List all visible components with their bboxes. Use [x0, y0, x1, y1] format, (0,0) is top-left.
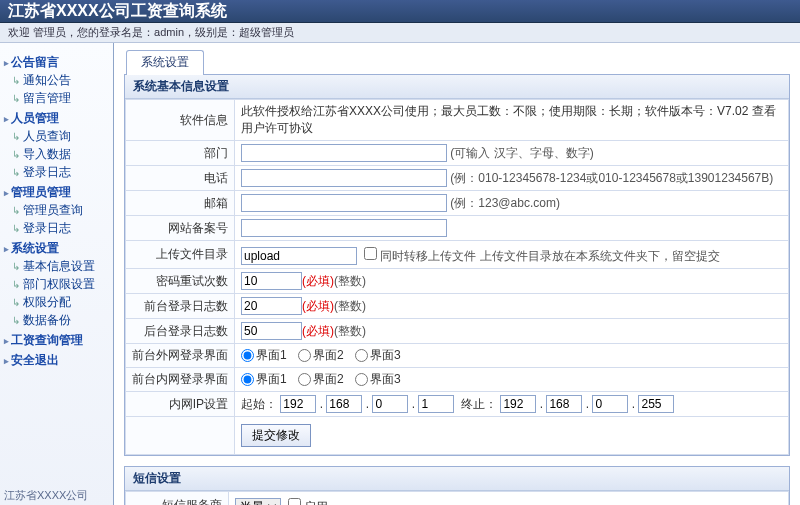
radio-front-in-3[interactable]: [355, 373, 368, 386]
welcome-bar: 欢迎 管理员，您的登录名是：admin，级别是：超级管理员: [0, 23, 800, 43]
hint-mail: (例：123@abc.com): [450, 196, 560, 210]
input-retry[interactable]: [241, 272, 302, 290]
input-tel[interactable]: [241, 169, 447, 187]
sidebar-item-1-1[interactable]: 导入数据: [12, 146, 109, 163]
tab-system-settings[interactable]: 系统设置: [126, 50, 204, 75]
checkbox-move-upload[interactable]: [364, 247, 377, 260]
panel-basic-info: 系统基本信息设置 软件信息 此软件授权给江苏省XXXX公司使用；最大员工数：不限…: [124, 74, 790, 456]
panel-sms-title: 短信设置: [125, 467, 789, 491]
hint-upload: 同时转移上传文件 上传文件目录放在本系统文件夹下，留空提交: [380, 249, 719, 263]
radio-group-front-in: 界面1 界面2 界面3: [235, 368, 789, 392]
value-software-info: 此软件授权给江苏省XXXX公司使用；最大员工数：不限；使用期限：长期；软件版本号…: [235, 100, 789, 141]
label-front-out: 前台外网登录界面: [126, 344, 235, 368]
radio-front-out-3[interactable]: [355, 349, 368, 362]
label-frontlog: 前台登录日志数: [126, 294, 235, 319]
sidebar-section-3[interactable]: 系统设置: [4, 240, 109, 257]
input-ip-a[interactable]: [280, 395, 316, 413]
input-ip-d[interactable]: [418, 395, 454, 413]
panel-sms: 短信设置 短信服务商 尚景 启用 账号 （请填入少于100个字符） 密码 （请填…: [124, 466, 790, 505]
submit-button[interactable]: 提交修改: [241, 424, 311, 447]
radio-group-front-out: 界面1 界面2 界面3: [235, 344, 789, 368]
sidebar-item-3-0[interactable]: 基本信息设置: [12, 258, 109, 275]
sidebar-item-0-0[interactable]: 通知公告: [12, 72, 109, 89]
radio-front-in-1[interactable]: [241, 373, 254, 386]
hint-retry: (整数): [334, 274, 366, 288]
input-ip-f[interactable]: [546, 395, 582, 413]
sidebar-item-3-3[interactable]: 数据备份: [12, 312, 109, 329]
sidebar-item-1-0[interactable]: 人员查询: [12, 128, 109, 145]
input-mail[interactable]: [241, 194, 447, 212]
sidebar-item-3-1[interactable]: 部门权限设置: [12, 276, 109, 293]
label-ip: 内网IP设置: [126, 392, 235, 417]
checkbox-enable-sms[interactable]: [288, 498, 301, 505]
hint-tel: (例：010-12345678-1234或010-12345678或139012…: [450, 171, 773, 185]
input-backlog[interactable]: [241, 322, 302, 340]
input-ip-c[interactable]: [372, 395, 408, 413]
hint-frontlog: (整数): [334, 299, 366, 313]
radio-front-out-1[interactable]: [241, 349, 254, 362]
sidebar-section-0[interactable]: 公告留言: [4, 54, 109, 71]
sidebar-item-1-2[interactable]: 登录日志: [12, 164, 109, 181]
hint-backlog: (整数): [334, 324, 366, 338]
input-frontlog[interactable]: [241, 297, 302, 315]
label-software-info: 软件信息: [126, 100, 235, 141]
hint-dept: (可输入 汉字、字母、数字): [450, 146, 593, 160]
input-ip-b[interactable]: [326, 395, 362, 413]
label-mail: 邮箱: [126, 191, 235, 216]
label-upload: 上传文件目录: [126, 241, 235, 269]
required-frontlog: (必填): [302, 299, 334, 313]
input-dept[interactable]: [241, 144, 447, 162]
ip-row: 起始： . . . 终止： . . .: [235, 392, 789, 417]
footer-copy: 江苏省XXXX公司: [4, 488, 88, 503]
sidebar-section-4[interactable]: 工资查询管理: [4, 332, 109, 349]
label-retry: 密码重试次数: [126, 269, 235, 294]
input-icp[interactable]: [241, 219, 447, 237]
sidebar: 公告留言通知公告留言管理人员管理人员查询导入数据登录日志管理员管理管理员查询登录…: [0, 43, 113, 505]
radio-front-out-2[interactable]: [298, 349, 311, 362]
label-front-in: 前台内网登录界面: [126, 368, 235, 392]
tab-bar: 系统设置: [126, 49, 800, 74]
select-provider[interactable]: 尚景: [235, 498, 281, 505]
input-upload[interactable]: [241, 247, 357, 265]
sidebar-item-0-1[interactable]: 留言管理: [12, 90, 109, 107]
main-content: 系统设置 系统基本信息设置 软件信息 此软件授权给江苏省XXXX公司使用；最大员…: [113, 43, 800, 505]
app-header: 江苏省XXXX公司工资查询系统: [0, 0, 800, 23]
panel-basic-info-title: 系统基本信息设置: [125, 75, 789, 99]
required-backlog: (必填): [302, 324, 334, 338]
sidebar-section-2[interactable]: 管理员管理: [4, 184, 109, 201]
input-ip-h[interactable]: [638, 395, 674, 413]
input-ip-g[interactable]: [592, 395, 628, 413]
required-retry: (必填): [302, 274, 334, 288]
label-dept: 部门: [126, 141, 235, 166]
label-icp: 网站备案号: [126, 216, 235, 241]
app-title: 江苏省XXXX公司工资查询系统: [8, 2, 792, 20]
label-tel: 电话: [126, 166, 235, 191]
sidebar-item-2-1[interactable]: 登录日志: [12, 220, 109, 237]
sidebar-section-5[interactable]: 安全退出: [4, 352, 109, 369]
sidebar-item-2-0[interactable]: 管理员查询: [12, 202, 109, 219]
label-backlog: 后台登录日志数: [126, 319, 235, 344]
sidebar-section-1[interactable]: 人员管理: [4, 110, 109, 127]
sidebar-item-3-2[interactable]: 权限分配: [12, 294, 109, 311]
radio-front-in-2[interactable]: [298, 373, 311, 386]
input-ip-e[interactable]: [500, 395, 536, 413]
label-provider: 短信服务商: [126, 492, 229, 506]
